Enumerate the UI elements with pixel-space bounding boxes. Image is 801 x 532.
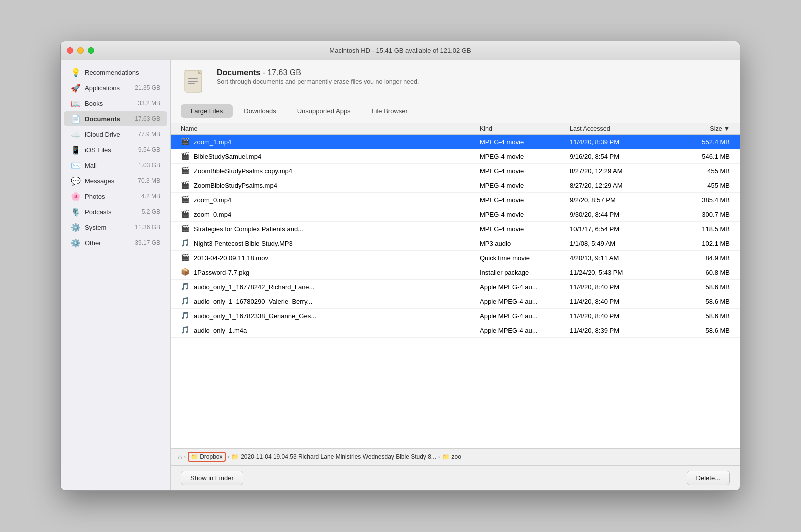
- table-row[interactable]: 🎬 ZoomBibleStudyPsalms.mp4 MPEG-4 movie …: [171, 178, 740, 193]
- table-row[interactable]: 🎬 zoom_0.mp4 MPEG-4 movie 9/2/20, 8:57 P…: [171, 193, 740, 208]
- file-kind: QuickTime movie: [480, 254, 570, 262]
- file-size: 118.5 MB: [670, 226, 730, 233]
- file-size: 455 MB: [670, 168, 730, 175]
- path-folder-3[interactable]: 📁 zoo: [442, 454, 462, 460]
- sidebar-size-messages: 70.3 MB: [138, 178, 160, 184]
- sidebar-size-system: 11.36 GB: [135, 224, 160, 231]
- svg-rect-2: [188, 78, 198, 80]
- sidebar-item-messages[interactable]: 💬 Messages 70.3 MB: [64, 174, 168, 188]
- tab-downloads[interactable]: Downloads: [234, 104, 286, 118]
- file-name-cell: 🎬 2013-04-20 09.11.18.mov: [181, 254, 480, 262]
- file-accessed: 8/27/20, 12:29 AM: [570, 182, 670, 190]
- file-name-cell: 📦 1Password-7.7.pkg: [181, 268, 480, 277]
- books-icon: 📖: [71, 98, 81, 108]
- tab-unsupported-apps[interactable]: Unsupported Apps: [288, 104, 361, 118]
- app-window: Macintosh HD - 15.41 GB available of 121…: [60, 41, 740, 491]
- table-row[interactable]: 🎵 Night3 Pentecost Bible Study.MP3 MP3 a…: [171, 236, 740, 251]
- file-size: 455 MB: [670, 182, 730, 190]
- file-icon: 🎵: [181, 282, 190, 292]
- file-name-cell: 🎵 audio_only_1_16782338_Gerianne_Ges...: [181, 312, 480, 320]
- sidebar-size-other: 39.17 GB: [135, 240, 160, 246]
- file-size: 300.7 MB: [670, 211, 730, 218]
- doc-size: - 17.63 GB: [263, 68, 302, 77]
- file-kind: MPEG-4 movie: [480, 211, 570, 218]
- file-size: 84.9 MB: [670, 254, 730, 262]
- sidebar-item-recommendations[interactable]: 💡 Recommendations: [64, 65, 168, 80]
- content-area: 💡 Recommendations 🚀 Applications 21.35 G…: [61, 60, 740, 490]
- path-dropbox[interactable]: 📁 Dropbox: [188, 452, 226, 462]
- sidebar-item-photos[interactable]: 🌸 Photos 4.2 MB: [64, 189, 168, 204]
- doc-icon: [181, 68, 209, 96]
- table-row[interactable]: 🎵 audio_only_1_16780290_Valerie_Berry...…: [171, 294, 740, 309]
- file-icon: 🎬: [181, 181, 190, 190]
- sidebar-item-podcasts[interactable]: 🎙️ Podcasts 5.2 GB: [64, 204, 168, 220]
- file-accessed: 11/4/20, 8:40 PM: [570, 298, 670, 306]
- file-name: ZoomBibleStudyPsalms copy.mp4: [194, 168, 292, 175]
- table-row[interactable]: 🎬 2013-04-20 09.11.18.mov QuickTime movi…: [171, 251, 740, 266]
- table-row[interactable]: 🎬 zoom_0.mp4 MPEG-4 movie 9/30/20, 8:44 …: [171, 208, 740, 222]
- sidebar-size-books: 33.2 MB: [138, 100, 160, 107]
- file-kind: MPEG-4 movie: [480, 168, 570, 175]
- file-name-cell: 🎬 BibleStudySamuel.mp4: [181, 152, 480, 161]
- tab-bar: Large FilesDownloadsUnsupported AppsFile…: [171, 102, 740, 118]
- table-row[interactable]: 🎵 audio_only_1_16782338_Gerianne_Ges... …: [171, 309, 740, 324]
- file-accessed: 9/16/20, 8:54 PM: [570, 153, 670, 160]
- table-row[interactable]: 🎬 ZoomBibleStudyPsalms copy.mp4 MPEG-4 m…: [171, 164, 740, 178]
- show-in-finder-button[interactable]: Show in Finder: [181, 471, 244, 486]
- maximize-button[interactable]: [88, 48, 94, 54]
- sidebar-size-ios: 9.54 GB: [138, 146, 160, 154]
- file-name-cell: 🎵 audio_only_1.m4a: [181, 326, 480, 335]
- col-size[interactable]: Size ▼: [670, 126, 730, 132]
- file-name-cell: 🎵 audio_only_1_16780290_Valerie_Berry...: [181, 297, 480, 306]
- sidebar-item-books[interactable]: 📖 Books 33.2 MB: [64, 96, 168, 111]
- file-name-cell: 🎵 audio_only_1_16778242_Richard_Lane...: [181, 282, 480, 292]
- sidebar-size-photos: 4.2 MB: [142, 193, 160, 200]
- table-row[interactable]: 🎵 audio_only_1_16778242_Richard_Lane... …: [171, 280, 740, 294]
- file-icon: 📦: [181, 268, 190, 277]
- doc-header: Documents - 17.63 GB Sort through docume…: [171, 60, 740, 102]
- file-size: 102.1 MB: [670, 240, 730, 248]
- path-folder-2[interactable]: 📁 2020-11-04 19.04.53 Richard Lane Minis…: [232, 454, 436, 460]
- close-button[interactable]: [67, 48, 74, 54]
- mail-icon: ✉️: [71, 160, 81, 170]
- sidebar-item-ios[interactable]: 📱 iOS Files 9.54 GB: [64, 142, 168, 158]
- sidebar-item-documents[interactable]: 📄 Documents 17.63 GB: [64, 112, 168, 126]
- file-icon: 🎵: [181, 312, 190, 320]
- file-name: audio_only_1.m4a: [194, 327, 247, 334]
- tab-large-files[interactable]: Large Files: [181, 104, 233, 118]
- sidebar-size-documents: 17.63 GB: [135, 116, 160, 122]
- file-name: zoom_0.mp4: [194, 196, 232, 204]
- sidebar-item-other[interactable]: ⚙️ Other 39.17 GB: [64, 236, 168, 250]
- doc-description: Sort through documents and permanently e…: [217, 78, 730, 86]
- tab-file-browser[interactable]: File Browser: [362, 104, 418, 118]
- file-kind: Installer package: [480, 269, 570, 276]
- sidebar-item-system[interactable]: ⚙️ System 11.36 GB: [64, 220, 168, 235]
- sidebar-item-mail[interactable]: ✉️ Mail 1.03 GB: [64, 158, 168, 173]
- sidebar-item-applications[interactable]: 🚀 Applications 21.35 GB: [64, 80, 168, 96]
- file-kind: MPEG-4 movie: [480, 182, 570, 190]
- delete-button[interactable]: Delete...: [687, 471, 730, 486]
- file-name-cell: 🎵 Night3 Pentecost Bible Study.MP3: [181, 239, 480, 248]
- table-row[interactable]: 📦 1Password-7.7.pkg Installer package 11…: [171, 266, 740, 280]
- file-name-cell: 🎬 ZoomBibleStudyPsalms.mp4: [181, 181, 480, 190]
- table-body[interactable]: 🎬 zoom_1.mp4 MPEG-4 movie 11/4/20, 8:39 …: [171, 135, 740, 448]
- bottom-bar: Show in Finder Delete...: [171, 466, 740, 490]
- minimize-button[interactable]: [78, 48, 84, 54]
- doc-title: Documents - 17.63 GB: [217, 68, 730, 78]
- file-accessed: 11/4/20, 8:39 PM: [570, 327, 670, 334]
- table-row[interactable]: 🎬 zoom_1.mp4 MPEG-4 movie 11/4/20, 8:39 …: [171, 135, 740, 150]
- sidebar-label-icloud: iCloud Drive: [85, 131, 138, 138]
- table-row[interactable]: 🎬 BibleStudySamuel.mp4 MPEG-4 movie 9/16…: [171, 150, 740, 164]
- sidebar-label-applications: Applications: [85, 84, 135, 92]
- table-row[interactable]: 🎬 Strategies for Complex Patients and...…: [171, 222, 740, 236]
- file-name: Night3 Pentecost Bible Study.MP3: [194, 240, 293, 248]
- file-accessed: 9/2/20, 8:57 PM: [570, 196, 670, 204]
- file-icon: 🎬: [181, 210, 190, 219]
- file-accessed: 9/30/20, 8:44 PM: [570, 211, 670, 218]
- file-accessed: 11/4/20, 8:39 PM: [570, 138, 670, 146]
- sidebar-item-icloud[interactable]: ☁️ iCloud Drive 77.9 MB: [64, 127, 168, 142]
- path-home-icon: ⌂: [178, 453, 182, 461]
- table-row[interactable]: 🎵 audio_only_1.m4a Apple MPEG-4 au... 11…: [171, 324, 740, 338]
- file-accessed: 11/4/20, 8:40 PM: [570, 284, 670, 291]
- file-size: 58.6 MB: [670, 298, 730, 306]
